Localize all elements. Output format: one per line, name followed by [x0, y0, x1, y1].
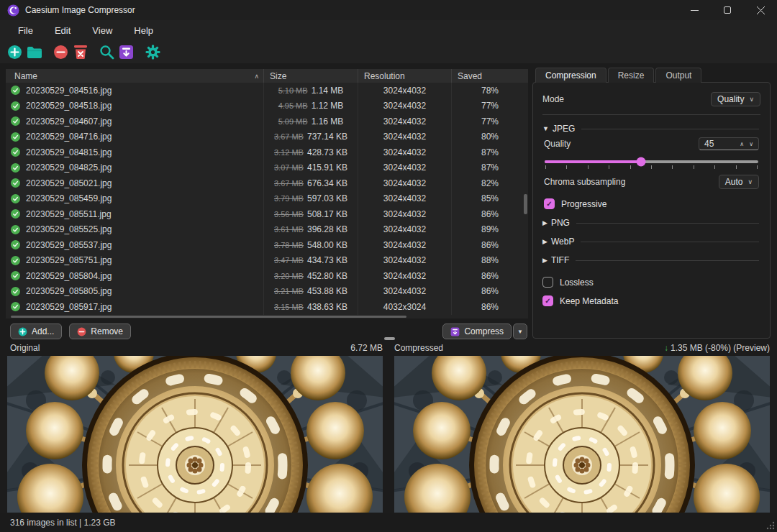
- menu-file[interactable]: File: [7, 22, 44, 40]
- file-resolution: 3024x4032: [358, 160, 451, 176]
- section-divider: [576, 260, 759, 261]
- tab-output[interactable]: Output: [655, 68, 701, 83]
- app-window: Caesium Image Compressor File Edit View …: [0, 0, 777, 532]
- tab-compression[interactable]: Compression: [535, 68, 606, 83]
- table-row[interactable]: 20230529_085537.jpg3.78 MB548.00 KB3024x…: [6, 237, 528, 253]
- original-file-size: 3.20 MB: [274, 272, 304, 280]
- column-header-name[interactable]: Name ∧: [6, 69, 263, 83]
- table-row[interactable]: 20230529_084815.jpg3.12 MB428.73 KB3024x…: [6, 145, 528, 160]
- resize-grip-icon[interactable]: [766, 521, 775, 530]
- remove-file-button[interactable]: [51, 43, 71, 62]
- original-size: 6.72 MB: [350, 343, 383, 353]
- horizontal-scrollbar-thumb[interactable]: [11, 316, 406, 318]
- chroma-select[interactable]: Auto ∨: [719, 175, 759, 189]
- compress-button[interactable]: Compress: [442, 324, 512, 339]
- table-row[interactable]: 20230529_085021.jpg3.67 MB676.34 KB3024x…: [6, 175, 528, 191]
- compress-options-button[interactable]: ▼: [513, 324, 527, 339]
- sort-asc-icon: ∧: [254, 73, 259, 80]
- remove-file-icon: [53, 45, 68, 60]
- file-resolution: 3024x4032: [358, 222, 451, 238]
- file-name: 20230529_084607.jpg: [26, 116, 112, 127]
- column-header-resolution[interactable]: Resolution: [358, 69, 451, 83]
- remove-button[interactable]: Remove: [69, 324, 131, 339]
- file-resolution: 3024x4032: [358, 114, 451, 129]
- quality-slider-handle[interactable]: [636, 157, 645, 167]
- menu-view[interactable]: View: [81, 22, 123, 40]
- table-row[interactable]: 20230529_084607.jpg5.09 MB1.16 MB3024x40…: [6, 114, 528, 129]
- spin-up-icon[interactable]: ∧: [740, 141, 744, 147]
- table-row[interactable]: 20230529_084716.jpg3.67 MB737.14 KB3024x…: [6, 129, 528, 145]
- action-row: Add... Remove Compress ▼: [10, 323, 527, 340]
- file-resolution: 3024x4032: [358, 191, 451, 207]
- file-name: 20230529_085804.jpg: [26, 271, 112, 281]
- table-row[interactable]: 20230529_085917.jpg3.15 MB438.63 KB4032x…: [6, 299, 528, 315]
- tab-resize[interactable]: Resize: [608, 68, 655, 83]
- chevron-down-icon: ∨: [748, 178, 753, 185]
- section-jpeg[interactable]: ▼ JPEG: [542, 124, 760, 134]
- table-row[interactable]: 20230529_085459.jpg3.79 MB597.03 KB3024x…: [6, 191, 528, 207]
- section-tiff[interactable]: ▶ TIFF: [542, 255, 760, 265]
- add-folder-button[interactable]: [24, 43, 44, 62]
- clear-list-button[interactable]: [71, 43, 90, 62]
- minimize-button[interactable]: [678, 0, 711, 20]
- progressive-option[interactable]: ✓ Progressive: [544, 198, 759, 209]
- compressed-file-size: 434.73 KB: [307, 255, 347, 265]
- vertical-scrollbar[interactable]: [524, 83, 527, 313]
- settings-button[interactable]: [143, 43, 163, 62]
- file-name: 20230529_085805.jpg: [26, 286, 112, 296]
- close-button[interactable]: [744, 0, 777, 20]
- file-saved-percent: 77%: [451, 114, 528, 129]
- compressed-file-size: 415.91 KB: [307, 162, 347, 173]
- lossless-option[interactable]: ✓ Lossless: [542, 277, 760, 288]
- compress-button-label: Compress: [464, 326, 504, 336]
- table-row[interactable]: 20230529_084516.jpg5.10 MB1.14 MB3024x40…: [6, 83, 528, 98]
- vertical-scrollbar-thumb[interactable]: [524, 194, 527, 214]
- original-image: [7, 356, 383, 513]
- section-png[interactable]: ▶ PNG: [542, 218, 760, 228]
- table-row[interactable]: 20230529_084825.jpg3.07 MB415.91 KB3024x…: [6, 160, 528, 176]
- file-resolution: 3024x4032: [358, 175, 451, 191]
- png-label: PNG: [551, 218, 570, 228]
- compressed-ok-icon: [11, 147, 20, 157]
- spin-down-icon[interactable]: ∨: [749, 141, 753, 147]
- quality-slider[interactable]: [545, 160, 758, 163]
- compressed-image: [394, 356, 770, 513]
- keep-metadata-checkbox[interactable]: ✓: [542, 295, 553, 306]
- original-preview[interactable]: [7, 356, 383, 513]
- menu-help[interactable]: Help: [123, 22, 164, 40]
- compressed-preview[interactable]: [394, 356, 770, 513]
- file-saved-percent: 87%: [451, 145, 528, 160]
- table-row[interactable]: 20230529_084518.jpg4.95 MB1.12 MB3024x40…: [6, 98, 528, 114]
- mode-select[interactable]: Quality ∨: [711, 92, 760, 106]
- column-name-label: Name: [14, 71, 37, 81]
- check-icon: ✓: [546, 201, 552, 208]
- table-row[interactable]: 20230529_085511.jpg3.56 MB508.17 KB3024x…: [6, 206, 528, 222]
- column-header-saved[interactable]: Saved: [451, 69, 528, 83]
- keep-metadata-option[interactable]: ✓ Keep Metadata: [542, 295, 760, 306]
- add-button[interactable]: Add...: [10, 324, 62, 339]
- quality-spinbox[interactable]: 45 ∧ ∨: [699, 137, 759, 150]
- preview-button[interactable]: [97, 43, 117, 62]
- menu-edit[interactable]: Edit: [44, 22, 81, 40]
- file-name: 20230529_084516.jpg: [26, 86, 112, 96]
- compress-button-toolbar[interactable]: [117, 43, 136, 62]
- section-webp[interactable]: ▶ WebP: [542, 237, 760, 247]
- triangle-right-icon: ▶: [542, 238, 547, 245]
- progressive-checkbox[interactable]: ✓: [544, 198, 555, 209]
- table-row[interactable]: 20230529_085525.jpg3.61 MB396.28 KB3024x…: [6, 222, 528, 238]
- column-header-size[interactable]: Size: [263, 69, 358, 83]
- remove-icon: [77, 327, 86, 336]
- file-name: 20230529_084825.jpg: [26, 162, 112, 173]
- close-icon: [757, 6, 765, 14]
- maximize-button[interactable]: [711, 0, 744, 20]
- chevron-down-icon: ∨: [749, 96, 754, 103]
- add-files-button[interactable]: [5, 43, 24, 62]
- original-file-size: 3.79 MB: [274, 194, 304, 203]
- lossless-checkbox[interactable]: ✓: [542, 277, 553, 288]
- table-row[interactable]: 20230529_085805.jpg3.21 MB453.88 KB3024x…: [6, 284, 528, 300]
- file-saved-percent: 77%: [451, 98, 528, 114]
- horizontal-scrollbar[interactable]: [11, 316, 523, 318]
- table-row[interactable]: 20230529_085751.jpg3.47 MB434.73 KB3024x…: [6, 253, 528, 269]
- table-row[interactable]: 20230529_085804.jpg3.20 MB452.80 KB3024x…: [6, 268, 528, 284]
- preview-splitter[interactable]: [384, 337, 395, 340]
